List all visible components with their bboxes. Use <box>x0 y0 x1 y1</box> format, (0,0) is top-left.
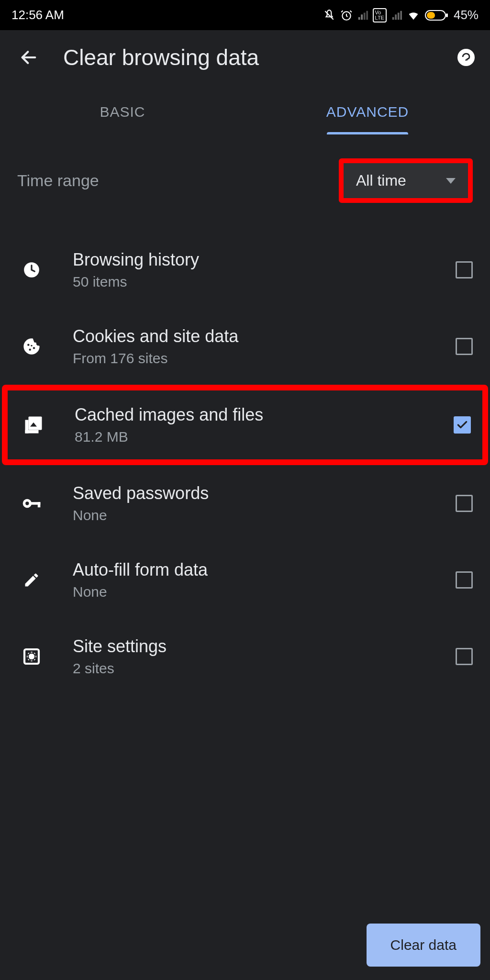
time-range-row: Time range All time <box>0 139 490 222</box>
checkbox[interactable] <box>456 648 473 665</box>
svg-point-7 <box>27 344 29 346</box>
tab-basic[interactable]: BASIC <box>0 104 245 134</box>
mute-icon <box>323 9 335 22</box>
option-text: Cached images and files 81.2 MB <box>75 405 454 445</box>
option-autofill[interactable]: Auto-fill form data None <box>0 542 490 618</box>
help-button[interactable] <box>457 49 475 66</box>
svg-rect-11 <box>29 417 42 430</box>
pencil-icon <box>17 571 46 589</box>
volte-icon: VoLTE <box>373 8 387 22</box>
svg-rect-13 <box>25 430 39 434</box>
svg-point-9 <box>33 347 35 349</box>
option-sub: 81.2 MB <box>75 429 454 445</box>
option-text: Browsing history 50 items <box>73 250 456 290</box>
status-time: 12:56 AM <box>11 8 64 22</box>
option-text: Saved passwords None <box>73 483 456 523</box>
tabs: BASIC ADVANCED <box>0 104 490 134</box>
clock-icon <box>17 261 46 279</box>
back-button[interactable] <box>19 48 38 67</box>
option-sub: 2 sites <box>73 660 456 677</box>
signal-icon <box>357 10 368 21</box>
option-cached-images[interactable]: Cached images and files 81.2 MB <box>2 385 488 465</box>
svg-point-10 <box>31 345 32 346</box>
option-browsing-history[interactable]: Browsing history 50 items <box>0 232 490 308</box>
svg-point-15 <box>25 501 29 505</box>
option-text: Auto-fill form data None <box>73 560 456 600</box>
app-bar: Clear browsing data <box>0 30 490 85</box>
svg-point-8 <box>29 349 31 351</box>
page-title: Clear browsing data <box>63 45 438 70</box>
checkbox[interactable] <box>456 261 473 278</box>
chevron-down-icon <box>446 178 456 184</box>
tab-advanced[interactable]: ADVANCED <box>245 104 490 134</box>
signal-icon-2 <box>391 10 402 21</box>
battery-percent: 45% <box>454 8 479 22</box>
wifi-icon <box>407 9 420 22</box>
time-range-value: All time <box>356 172 406 189</box>
svg-rect-17 <box>38 502 41 507</box>
svg-point-19 <box>30 655 33 658</box>
option-title: Auto-fill form data <box>73 560 456 580</box>
key-icon <box>17 493 46 514</box>
checkbox[interactable] <box>456 571 473 589</box>
option-sub: None <box>73 507 456 523</box>
option-text: Cookies and site data From 176 sites <box>73 326 456 367</box>
footer: Clear data <box>367 924 480 967</box>
image-icon <box>19 415 48 435</box>
option-title: Browsing history <box>73 250 456 270</box>
time-range-label: Time range <box>17 171 99 190</box>
status-right: VoLTE 45% <box>323 8 479 22</box>
checkbox[interactable] <box>456 495 473 512</box>
battery-icon <box>425 9 449 22</box>
checkbox[interactable] <box>456 338 473 355</box>
svg-rect-3 <box>446 13 448 17</box>
option-title: Site settings <box>73 636 456 657</box>
option-title: Cookies and site data <box>73 326 456 346</box>
option-cookies[interactable]: Cookies and site data From 176 sites <box>0 308 490 385</box>
checkbox[interactable] <box>454 416 471 434</box>
option-sub: From 176 sites <box>73 350 456 367</box>
svg-line-0 <box>325 11 333 19</box>
option-title: Saved passwords <box>73 483 456 503</box>
option-title: Cached images and files <box>75 405 454 425</box>
time-range-select[interactable]: All time <box>339 158 473 203</box>
option-text: Site settings 2 sites <box>73 636 456 677</box>
status-bar: 12:56 AM VoLTE 45% <box>0 0 490 30</box>
option-saved-passwords[interactable]: Saved passwords None <box>0 465 490 542</box>
clear-data-button[interactable]: Clear data <box>367 924 480 967</box>
option-site-settings[interactable]: Site settings 2 sites <box>0 618 490 695</box>
cookie-icon <box>17 337 46 356</box>
option-sub: None <box>73 584 456 600</box>
svg-rect-4 <box>427 12 435 19</box>
option-sub: 50 items <box>73 274 456 290</box>
alarm-icon <box>340 9 353 22</box>
settings-page-icon <box>17 647 46 666</box>
options-list: Browsing history 50 items Cookies and si… <box>0 232 490 695</box>
